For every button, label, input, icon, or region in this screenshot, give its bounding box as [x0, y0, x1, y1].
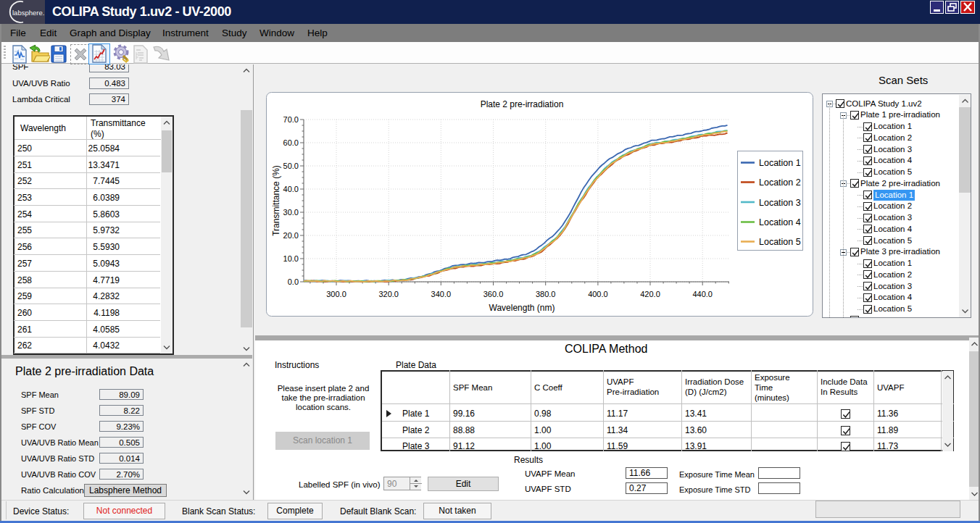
svg-text:Plate 2 pre-irradiation: Plate 2 pre-irradiation	[481, 99, 564, 109]
svg-text:440.0: 440.0	[692, 290, 713, 298]
svg-text:380.0: 380.0	[536, 290, 556, 298]
svg-text:320.0: 320.0	[378, 290, 399, 298]
svg-text:Location 1: Location 1	[759, 158, 801, 168]
svg-text:Location 2: Location 2	[759, 177, 801, 188]
svg-text:Wavelength (nm): Wavelength (nm)	[489, 303, 555, 313]
svg-text:0.0: 0.0	[288, 277, 299, 286]
svg-text:30.0: 30.0	[283, 208, 299, 217]
svg-text:40.0: 40.0	[283, 185, 299, 193]
svg-text:Location 4: Location 4	[759, 217, 801, 227]
svg-text:labsphere.: labsphere.	[12, 9, 44, 17]
svg-text:360.0: 360.0	[483, 290, 504, 298]
svg-text:10.0: 10.0	[283, 254, 299, 263]
svg-text:60.0: 60.0	[283, 138, 299, 147]
svg-text:50.0: 50.0	[283, 162, 299, 170]
svg-text:400.0: 400.0	[588, 290, 608, 298]
svg-text:Location 3: Location 3	[759, 198, 801, 208]
svg-text:420.0: 420.0	[640, 290, 660, 298]
svg-text:70.0: 70.0	[283, 115, 299, 124]
svg-text:Location 5: Location 5	[759, 237, 801, 247]
svg-text:20.0: 20.0	[283, 231, 299, 240]
svg-text:300.0: 300.0	[326, 290, 346, 298]
svg-text:340.0: 340.0	[431, 290, 452, 298]
svg-text:Transmittance (%): Transmittance (%)	[271, 165, 281, 236]
